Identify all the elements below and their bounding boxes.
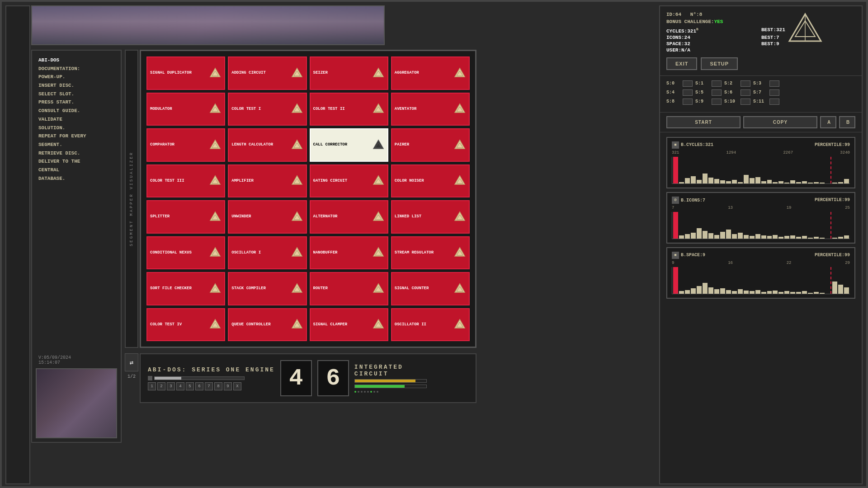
grid-cell-9[interactable]: LENGTH CALCULATOR <box>228 128 307 162</box>
slot-indicator-8[interactable] <box>683 99 693 105</box>
digit-display-2[interactable]: 6 <box>317 360 349 396</box>
grid-cell-4[interactable]: MODULATOR <box>146 93 225 126</box>
docs-panel: ABI-DOS DOCUMENTATION: POWER-UP. INSERT … <box>31 50 122 443</box>
grid-cell-10[interactable]: CALL CORRECTOR <box>310 128 388 162</box>
num-btn-6[interactable]: 6 <box>195 382 203 390</box>
grid-cell-19[interactable]: LINKED LIST <box>391 200 470 234</box>
num-btn-3[interactable]: 3 <box>167 382 175 390</box>
chart-label-val: 22 <box>787 261 792 265</box>
progress-bar[interactable] <box>154 376 245 380</box>
copy-button[interactable]: COPY <box>743 116 817 128</box>
grid-cell-29[interactable]: QUEUE CONTROLLER <box>228 308 307 342</box>
cell-label-4: MODULATOR <box>150 107 209 112</box>
num-btn-4[interactable]: 4 <box>176 382 184 390</box>
chart-label-val: 321 <box>672 150 679 155</box>
grid-cell-8[interactable]: COMPARATOR <box>146 128 225 162</box>
svg-marker-20 <box>373 140 383 149</box>
best-icons-value: BEST:7 <box>761 35 779 40</box>
grid-cell-21[interactable]: OSCILLATOR I <box>228 236 307 270</box>
docs-title: ABI-DOS <box>38 56 114 65</box>
slot-indicator-9[interactable] <box>712 99 722 105</box>
grid-cell-12[interactable]: COLOR TEST III <box>146 164 225 198</box>
grid-cell-7[interactable]: AVENTATOR <box>391 93 470 126</box>
num-btn-1[interactable]: 1 <box>148 382 156 390</box>
a-button[interactable]: A <box>820 116 836 128</box>
grid-cell-25[interactable]: STACK COMPILER <box>228 272 307 305</box>
svg-marker-8 <box>210 104 220 113</box>
grid-cell-15[interactable]: COLOR NOISER <box>391 164 470 198</box>
num-btn-8[interactable]: 8 <box>214 382 222 390</box>
grid-cell-17[interactable]: UNWINDER <box>228 200 307 234</box>
grid-cell-13[interactable]: AMPLIFIER <box>228 164 307 198</box>
svg-marker-42 <box>292 248 302 256</box>
start-button[interactable]: START <box>666 116 741 128</box>
slot-indicator-10[interactable] <box>741 99 750 105</box>
version-date: V:05/09/2024 <box>38 355 71 360</box>
slot-indicator-6[interactable] <box>741 89 750 96</box>
grid-cell-28[interactable]: COLOR TEST IV <box>146 308 225 342</box>
b-button[interactable]: B <box>839 116 855 128</box>
grid-cell-22[interactable]: NANOBUFFER <box>310 236 388 270</box>
chart-title-2: B.SPACE:9 <box>681 253 705 258</box>
nav-arrows[interactable]: ⇄ <box>125 353 138 371</box>
grid-cell-23[interactable]: STREAM REGULATOR <box>391 236 470 270</box>
slot-indicator-7[interactable] <box>769 89 779 96</box>
grid-cell-31[interactable]: OSCILLATOR II <box>391 308 470 342</box>
cell-label-10: CALL CORRECTOR <box>313 142 372 147</box>
grid-cell-30[interactable]: SIGNAL CLAMPER <box>310 308 388 342</box>
grid-cell-3[interactable]: AGGREGATOR <box>391 56 470 90</box>
slot-indicator-4[interactable] <box>683 89 693 96</box>
slot-indicator-0[interactable] <box>683 80 693 87</box>
grid-cell-18[interactable]: ALTERNATOR <box>310 200 388 234</box>
slot-label-0: S:0 <box>666 81 680 86</box>
grid-cell-1[interactable]: ADDING CIRCUIT <box>228 56 307 90</box>
slot-indicator-1[interactable] <box>712 80 722 87</box>
grid-cell-5[interactable]: COLOR TEST I <box>228 93 307 126</box>
exit-button[interactable]: EXIT <box>666 57 697 70</box>
setup-button[interactable]: SETUP <box>701 57 738 70</box>
grid-cell-24[interactable]: SORT FILE CHECKER <box>146 272 225 305</box>
svg-marker-2 <box>292 68 302 77</box>
slot-indicator-2[interactable] <box>741 80 750 87</box>
grid-cell-16[interactable]: SPLITTER <box>146 200 225 234</box>
num-btn-X[interactable]: X <box>233 382 241 390</box>
bar-24 <box>814 292 819 293</box>
grid-cell-14[interactable]: GATING CIRCUIT <box>310 164 388 198</box>
progress-fill <box>155 377 181 380</box>
slot-indicator-11[interactable] <box>769 99 779 105</box>
svg-marker-14 <box>455 104 465 113</box>
docs-line-5: CONSULT GUIDE. <box>38 107 114 115</box>
bar-15 <box>761 235 766 239</box>
grid-cell-2[interactable]: SEIZER <box>310 56 388 90</box>
grid-cell-26[interactable]: ROUTER <box>310 272 388 305</box>
user-value: USER:N/A <box>666 47 690 53</box>
slot-indicator-5[interactable] <box>712 89 722 96</box>
bar-26 <box>826 212 831 239</box>
bar-28 <box>838 237 843 238</box>
num-btn-7[interactable]: 7 <box>205 382 213 390</box>
grid-cell-11[interactable]: PAIRER <box>391 128 470 162</box>
num-btn-2[interactable]: 2 <box>157 382 165 390</box>
chart-bars-2 <box>672 267 850 294</box>
slot-label-2: S:2 <box>724 81 738 86</box>
num-btn-5[interactable]: 5 <box>186 382 194 390</box>
grid-cell-20[interactable]: CONDITIONAL NEXUS <box>146 236 225 270</box>
grid-cell-0[interactable]: SIGNAL DUPLICATOR <box>146 56 225 90</box>
cell-icon-3 <box>453 67 466 80</box>
chart-label-val: 1294 <box>726 150 736 155</box>
grid-cell-6[interactable]: COLOR TEST II <box>310 93 388 126</box>
slot-indicator-3[interactable] <box>769 80 779 87</box>
integrated-circuit: INTEGRATEDCIRCUIT <box>354 364 427 393</box>
bar-7 <box>714 179 719 183</box>
bar-4 <box>697 180 702 183</box>
bar-22 <box>802 236 807 238</box>
chart-title-0: B.CYCLES:321 <box>681 142 713 147</box>
cell-icon-24 <box>209 282 222 295</box>
num-btn-9[interactable]: 9 <box>224 382 232 390</box>
grid-cell-27[interactable]: SIGNAL COUNTER <box>391 272 470 305</box>
digit-display-1[interactable]: 4 <box>280 360 312 396</box>
icons-value: ICONS:24 <box>666 35 690 40</box>
cell-icon-14 <box>372 174 385 187</box>
segment-strip: SEGMENT MAPPER VISUALIZER <box>125 50 138 348</box>
cell-label-29: QUEUE CONTROLLER <box>231 322 290 327</box>
